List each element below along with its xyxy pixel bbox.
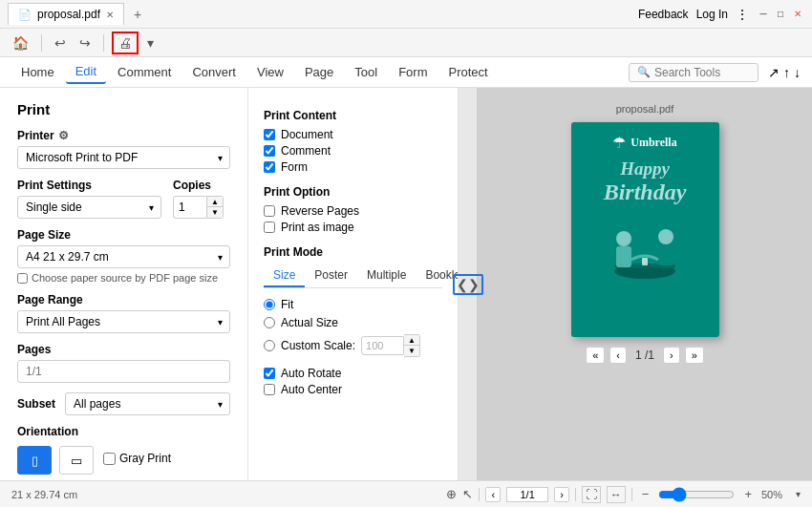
fit-radio[interactable] (264, 299, 275, 310)
copies-label: Copies (173, 179, 230, 192)
tab-poster[interactable]: Poster (305, 264, 357, 287)
subset-select[interactable]: All pages (65, 392, 230, 415)
window-controls: ─ □ ✕ (757, 8, 804, 21)
undo-icon[interactable]: ↩ (50, 32, 71, 53)
zoom-out-icon[interactable]: − (638, 486, 653, 502)
prev-page-button[interactable]: ‹ (609, 347, 627, 364)
main-content: Print Printer ⚙ Microsoft Print to PDF P… (0, 88, 812, 480)
fit-page-icon[interactable]: ⛶ (582, 486, 601, 503)
printer-settings-icon[interactable]: ⚙ (58, 129, 69, 142)
reverse-pages-checkbox[interactable] (264, 205, 275, 217)
menu-home[interactable]: Home (11, 61, 64, 83)
document-checkbox[interactable] (264, 129, 275, 140)
tab-size[interactable]: Size (264, 264, 305, 287)
new-tab-button[interactable]: + (128, 5, 147, 24)
redo-icon[interactable]: ↪ (75, 32, 96, 53)
paper-source-label: Choose paper source by PDF page size (32, 272, 218, 284)
landscape-button[interactable]: ▭ (59, 446, 94, 475)
umbrella-icon: ☂ (612, 134, 626, 152)
pdf-icon: 📄 (18, 9, 32, 21)
back-icon[interactable]: ↑ (783, 65, 790, 80)
menu-protect[interactable]: Protect (439, 61, 498, 83)
actual-size-radio[interactable] (264, 317, 275, 328)
status-prev-page-button[interactable]: ‹ (485, 487, 501, 502)
comment-checkbox-row: Comment (264, 144, 442, 158)
toolbar-divider-1 (41, 34, 42, 52)
comment-checkbox[interactable] (264, 145, 275, 157)
menu-form[interactable]: Form (389, 61, 437, 83)
external-link-icon[interactable]: ↗ (768, 65, 780, 80)
search-input[interactable] (654, 66, 750, 79)
document-checkbox-row: Document (264, 128, 442, 141)
print-icon[interactable]: 🖨 (112, 32, 139, 54)
gray-print-checkbox[interactable] (103, 453, 116, 465)
search-icon: 🔍 (637, 66, 651, 78)
tab-proposal[interactable]: 📄 proposal.pdf ✕ (8, 3, 124, 25)
actual-size-label: Actual Size (281, 316, 338, 329)
zoom-tool-icon[interactable]: ⊕ (446, 487, 457, 501)
status-next-page-button[interactable]: › (554, 487, 569, 502)
search-box[interactable]: 🔍 (629, 63, 759, 82)
portrait-button[interactable]: ▯ (17, 446, 52, 475)
copies-up-button[interactable]: ▲ (207, 197, 223, 207)
minimize-button[interactable]: ─ (757, 8, 770, 21)
print-as-image-checkbox[interactable] (264, 222, 275, 233)
scale-up-button[interactable]: ▲ (404, 335, 419, 346)
next-page-button[interactable]: › (663, 347, 680, 364)
settings-select-wrap: Single side (17, 196, 161, 219)
mode-tabs: Size Poster Multiple Booklet (264, 264, 442, 288)
copies-down-button[interactable]: ▼ (207, 207, 223, 218)
tab-multiple[interactable]: Multiple (357, 264, 416, 287)
maximize-button[interactable]: □ (774, 8, 787, 21)
paper-source-row: Choose paper source by PDF page size (17, 272, 230, 284)
forward-icon[interactable]: ↓ (794, 65, 801, 80)
zoom-in-icon[interactable]: + (740, 486, 756, 502)
first-page-button[interactable]: « (586, 347, 605, 364)
select-tool-icon[interactable]: ↖ (462, 487, 473, 501)
orientation-label: Orientation (17, 425, 230, 438)
status-bar: 21 x 29.74 cm ⊕ ↖ ‹ › ⛶ ↔ − + 50% ▾ (0, 480, 812, 507)
menu-view[interactable]: View (247, 61, 293, 83)
menu-convert[interactable]: Convert (182, 61, 246, 83)
last-page-button[interactable]: » (685, 347, 704, 364)
scale-down-button[interactable]: ▼ (404, 346, 419, 356)
auto-rotate-checkbox[interactable] (264, 368, 275, 379)
page-size-select[interactable]: A4 21 x 29.7 cm (17, 245, 230, 268)
status-bar-right: ⊕ ↖ ‹ › ⛶ ↔ − + 50% ▾ (446, 486, 801, 503)
printer-select[interactable]: Microsoft Print to PDF (17, 146, 230, 169)
zoom-level-label: 50% (761, 489, 790, 500)
menu-page[interactable]: Page (295, 61, 343, 83)
feedback-label[interactable]: Feedback (638, 8, 689, 21)
subset-select-wrap: All pages (65, 392, 230, 415)
collapse-panel-button[interactable]: ❮❯ (459, 88, 478, 480)
dialog-title: Print (17, 101, 230, 117)
status-page-input[interactable] (506, 487, 548, 502)
page-range-select[interactable]: Print All Pages (17, 310, 230, 333)
fit-width-icon[interactable]: ↔ (607, 486, 626, 503)
umbrella-logo: ☂ Umbrella (612, 134, 676, 152)
tab-close-button[interactable]: ✕ (106, 10, 114, 20)
menu-bar: Home Edit Comment Convert View Page Tool… (0, 57, 812, 88)
copies-input[interactable] (173, 196, 207, 219)
login-label[interactable]: Log In (696, 8, 728, 21)
scale-input[interactable] (361, 336, 404, 355)
menu-tool[interactable]: Tool (345, 61, 387, 83)
menu-edit[interactable]: Edit (66, 60, 106, 84)
zoom-dropdown-button[interactable]: ▾ (796, 489, 801, 499)
paper-source-checkbox[interactable] (17, 273, 28, 284)
custom-scale-radio[interactable] (264, 340, 275, 351)
more-options-icon[interactable]: ⋮ (736, 7, 749, 22)
print-mode-label: Print Mode (264, 245, 442, 259)
pages-input[interactable] (17, 360, 230, 383)
auto-center-checkbox[interactable] (264, 384, 275, 395)
close-button[interactable]: ✕ (791, 8, 804, 21)
dropdown-arrow-icon[interactable]: ▾ (142, 32, 159, 53)
print-as-image-label: Print as image (281, 221, 354, 234)
menu-comment[interactable]: Comment (108, 61, 181, 83)
form-checkbox[interactable] (264, 161, 275, 173)
toolbar-divider-2 (103, 34, 104, 52)
auto-center-label: Auto Center (281, 383, 342, 396)
home-icon[interactable]: 🏠 (8, 32, 33, 53)
settings-select[interactable]: Single side (17, 196, 161, 219)
zoom-slider[interactable] (658, 487, 735, 502)
